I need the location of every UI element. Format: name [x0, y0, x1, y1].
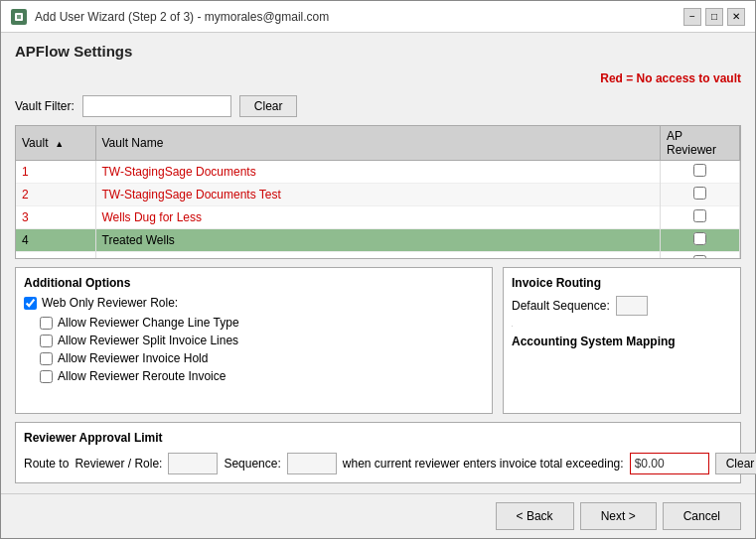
ap-reviewer-checkbox[interactable]	[693, 164, 706, 177]
invoice-routing-row: Default Sequence:	[512, 296, 732, 316]
ap-reviewer-checkbox[interactable]	[693, 255, 706, 259]
amount-input[interactable]	[630, 453, 709, 474]
vault-number: 3	[16, 206, 95, 229]
page-title: APFlow Settings	[15, 43, 741, 60]
main-content: APFlow Settings Red = No access to vault…	[1, 33, 755, 493]
reroute-checkbox[interactable]	[40, 370, 53, 383]
vault-name: TW-StagingSage Documents	[95, 161, 661, 184]
back-button[interactable]: < Back	[496, 502, 574, 530]
ap-reviewer-cell[interactable]	[661, 229, 740, 252]
cancel-button[interactable]: Cancel	[663, 502, 741, 530]
vault-filter-input[interactable]	[82, 95, 231, 117]
additional-options-panel: Additional Options Web Only Reviewer Rol…	[15, 267, 493, 414]
no-access-text: Red = No access to vault	[600, 71, 741, 85]
ap-reviewer-checkbox[interactable]	[693, 232, 706, 245]
sequence-input[interactable]	[287, 453, 337, 474]
vault-filter-clear-button[interactable]: Clear	[239, 95, 298, 117]
split-invoice-checkbox[interactable]	[40, 335, 53, 347]
vault-number: 1	[16, 161, 95, 184]
divider	[512, 326, 513, 327]
col-vault-name: Vault Name	[95, 126, 661, 161]
option-split-invoice-row: Allow Reviewer Split Invoice Lines	[40, 334, 484, 347]
no-access-note: Red = No access to vault	[15, 71, 741, 85]
col-vault: Vault ▲	[16, 126, 95, 161]
ap-reviewer-cell[interactable]	[661, 184, 740, 206]
vault-name: TW-StagingSage Documents Test	[95, 184, 661, 206]
sequence-label: Sequence:	[224, 457, 280, 471]
route-to-label: Route to	[24, 457, 69, 471]
sort-arrow-icon: ▲	[55, 139, 64, 149]
option-change-line-row: Allow Reviewer Change Line Type	[40, 316, 484, 330]
vault-table-container[interactable]: Vault ▲ Vault Name AP Reviewer 1TW-Stagi…	[15, 125, 741, 259]
vault-name: Treated Wells	[95, 229, 661, 252]
vault-table: Vault ▲ Vault Name AP Reviewer 1TW-Stagi…	[16, 126, 740, 259]
sub-options: Allow Reviewer Change Line Type Allow Re…	[40, 316, 484, 383]
title-bar-left: Add User Wizard (Step 2 of 3) - mymorale…	[11, 9, 329, 25]
additional-options-title: Additional Options	[24, 276, 484, 290]
invoice-hold-checkbox[interactable]	[40, 352, 53, 365]
vault-filter-label: Vault Filter:	[15, 99, 75, 113]
change-line-checkbox[interactable]	[40, 317, 53, 330]
default-sequence-label: Default Sequence:	[512, 299, 610, 313]
invoice-hold-label: Allow Reviewer Invoice Hold	[58, 351, 208, 365]
default-sequence-input[interactable]	[616, 296, 648, 316]
option-reroute-row: Allow Reviewer Reroute Invoice	[40, 369, 484, 383]
table-row[interactable]: 3Wells Dug for Less	[16, 206, 740, 229]
when-label: when current reviewer enters invoice tot…	[343, 457, 624, 471]
main-window: Add User Wizard (Step 2 of 3) - mymorale…	[0, 0, 756, 539]
accounting-title: Accounting System Mapping	[512, 335, 732, 348]
reviewer-role-label: Reviewer / Role:	[75, 457, 162, 471]
window-title: Add User Wizard (Step 2 of 3) - mymorale…	[35, 10, 329, 24]
vault-name: Wells Dug for Less	[95, 206, 661, 229]
app-icon	[11, 9, 27, 25]
vault-number: 5	[16, 252, 95, 260]
ap-reviewer-cell[interactable]	[661, 206, 740, 229]
reroute-label: Allow Reviewer Reroute Invoice	[58, 369, 226, 383]
vault-number: 4	[16, 229, 95, 252]
minimize-button[interactable]: −	[683, 8, 701, 26]
footer: < Back Next > Cancel	[1, 493, 755, 538]
change-line-label: Allow Reviewer Change Line Type	[58, 316, 239, 330]
approval-section: Reviewer Approval Limit Route to Reviewe…	[15, 422, 741, 483]
invoice-panel: Invoice Routing Default Sequence: Accoun…	[503, 267, 741, 414]
option-invoice-hold-row: Allow Reviewer Invoice Hold	[40, 351, 484, 365]
split-invoice-label: Allow Reviewer Split Invoice Lines	[58, 334, 238, 347]
vault-number: 2	[16, 184, 95, 206]
table-row[interactable]: 1TW-StagingSage Documents	[16, 161, 740, 184]
reviewer-role-input[interactable]	[168, 453, 218, 474]
web-only-label: Web Only Reviewer Role:	[42, 296, 178, 310]
vault-name: Home on the Range Safety	[95, 252, 661, 260]
lower-section: Additional Options Web Only Reviewer Rol…	[15, 267, 741, 414]
ap-reviewer-cell[interactable]	[661, 252, 740, 260]
title-bar: Add User Wizard (Step 2 of 3) - mymorale…	[1, 1, 755, 33]
web-only-row: Web Only Reviewer Role:	[24, 296, 484, 310]
maximize-button[interactable]: □	[705, 8, 723, 26]
ap-reviewer-checkbox[interactable]	[693, 209, 706, 222]
close-button[interactable]: ✕	[727, 8, 745, 26]
next-button[interactable]: Next >	[580, 502, 657, 530]
title-controls: − □ ✕	[683, 8, 745, 26]
table-row[interactable]: 4Treated Wells	[16, 229, 740, 252]
svg-rect-0	[15, 13, 23, 21]
approval-row: Route to Reviewer / Role: Sequence: when…	[24, 453, 732, 474]
table-row[interactable]: 5Home on the Range Safety	[16, 252, 740, 260]
approval-title: Reviewer Approval Limit	[24, 431, 732, 445]
ap-reviewer-cell[interactable]	[661, 161, 740, 184]
vault-filter-row: Vault Filter: Clear	[15, 95, 741, 117]
invoice-routing-title: Invoice Routing	[512, 276, 732, 290]
approval-clear-button[interactable]: Clear	[715, 453, 756, 474]
col-ap-reviewer: AP Reviewer	[661, 126, 740, 161]
ap-reviewer-checkbox[interactable]	[693, 187, 706, 200]
web-only-checkbox[interactable]	[24, 297, 37, 310]
table-row[interactable]: 2TW-StagingSage Documents Test	[16, 184, 740, 206]
